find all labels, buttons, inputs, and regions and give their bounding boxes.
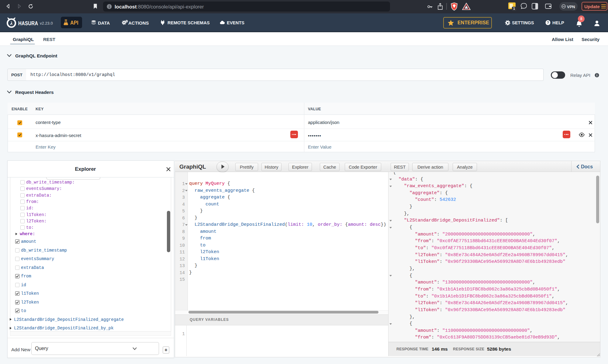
svg-text:λ: λ — [10, 20, 13, 26]
svg-text:?: ? — [547, 21, 549, 25]
